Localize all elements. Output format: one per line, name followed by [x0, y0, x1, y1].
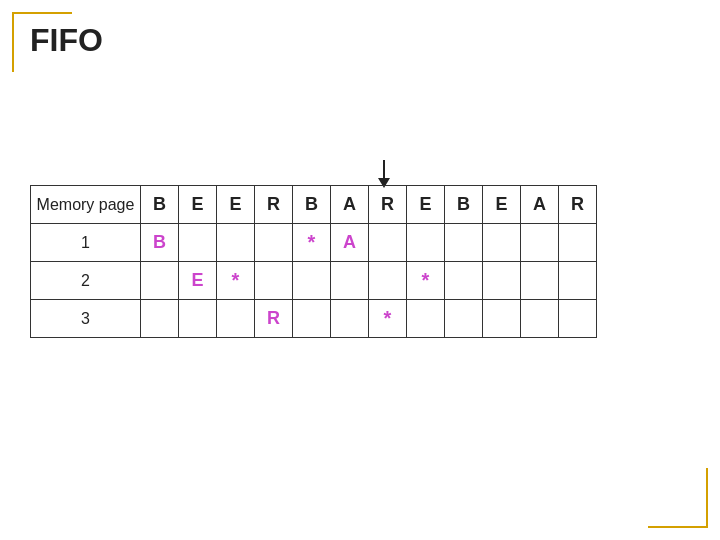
- r3c2: [179, 300, 217, 338]
- r2c2: E: [179, 262, 217, 300]
- r1c12: [559, 224, 597, 262]
- r2c4: [255, 262, 293, 300]
- col-header-6: A: [331, 186, 369, 224]
- col-header-12: R: [559, 186, 597, 224]
- corner-left-line: [12, 12, 14, 72]
- col-header-10: E: [483, 186, 521, 224]
- r1c3: [217, 224, 255, 262]
- r1c1: B: [141, 224, 179, 262]
- r3c12: [559, 300, 597, 338]
- r2c12: [559, 262, 597, 300]
- r3c9: [445, 300, 483, 338]
- col-header-5: B: [293, 186, 331, 224]
- table-row: 3 R *: [31, 300, 597, 338]
- page-title: FIFO: [30, 22, 103, 59]
- r3c8: [407, 300, 445, 338]
- r2c5: [293, 262, 331, 300]
- col-header-11: A: [521, 186, 559, 224]
- col-header-9: B: [445, 186, 483, 224]
- col-header-4: R: [255, 186, 293, 224]
- r2c6: [331, 262, 369, 300]
- r1c8: [407, 224, 445, 262]
- r1c2: [179, 224, 217, 262]
- row-1-label: 1: [31, 224, 141, 262]
- r2c1: [141, 262, 179, 300]
- r2c10: [483, 262, 521, 300]
- r3c1: [141, 300, 179, 338]
- corner-right-line: [706, 468, 708, 528]
- r3c3: [217, 300, 255, 338]
- col-header-2: E: [179, 186, 217, 224]
- corner-top-line: [12, 12, 72, 14]
- table-row: 2 E * *: [31, 262, 597, 300]
- r1c6: A: [331, 224, 369, 262]
- table-header-row: Memory page B E E R B A R E B E A R: [31, 186, 597, 224]
- col-header-3: E: [217, 186, 255, 224]
- r1c10: [483, 224, 521, 262]
- r3c5: [293, 300, 331, 338]
- arrow-down-indicator: [378, 160, 390, 188]
- r1c7: [369, 224, 407, 262]
- row-3-label: 3: [31, 300, 141, 338]
- arrow-shaft: [383, 160, 385, 178]
- r1c11: [521, 224, 559, 262]
- r1c5: *: [293, 224, 331, 262]
- col-header-8: E: [407, 186, 445, 224]
- r3c11: [521, 300, 559, 338]
- r2c9: [445, 262, 483, 300]
- row-2-label: 2: [31, 262, 141, 300]
- corner-bottom-line: [648, 526, 708, 528]
- table-row: 1 B * A: [31, 224, 597, 262]
- r2c8: *: [407, 262, 445, 300]
- header-label: Memory page: [31, 186, 141, 224]
- col-header-7: R: [369, 186, 407, 224]
- col-header-1: B: [141, 186, 179, 224]
- r2c3: *: [217, 262, 255, 300]
- r3c10: [483, 300, 521, 338]
- r3c4: R: [255, 300, 293, 338]
- r1c4: [255, 224, 293, 262]
- r1c9: [445, 224, 483, 262]
- r3c6: [331, 300, 369, 338]
- r2c11: [521, 262, 559, 300]
- r3c7: *: [369, 300, 407, 338]
- r2c7: [369, 262, 407, 300]
- fifo-table: Memory page B E E R B A R E B E A R 1 B …: [30, 185, 597, 338]
